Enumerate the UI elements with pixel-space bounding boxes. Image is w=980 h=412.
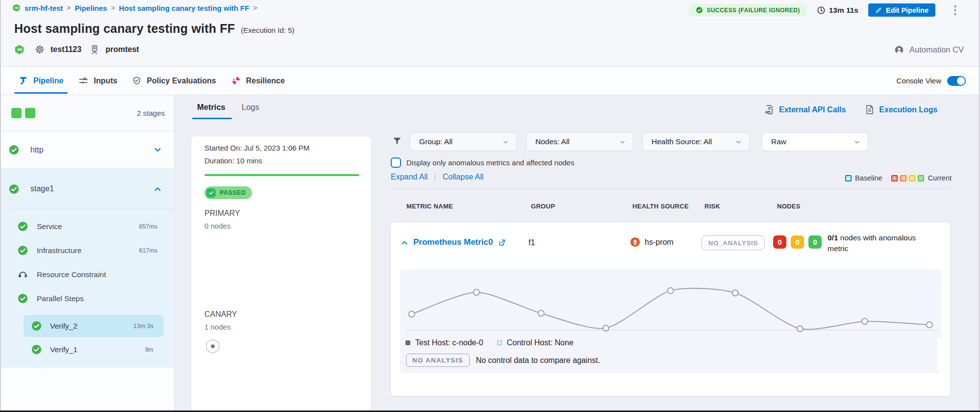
execution-sidebar: 2 stages http stage1 Service: [0, 95, 175, 411]
service-name[interactable]: test1123: [50, 45, 81, 54]
anomalous-checkbox-label[interactable]: Display only anomalous metrics and affec…: [406, 158, 574, 167]
anomalous-count-yellow: 0: [791, 235, 804, 249]
sidebar-step-service[interactable]: Service 857ms: [0, 214, 174, 238]
risk-yellow-swatch: [909, 175, 915, 181]
check-circle-icon: [18, 221, 28, 232]
no-analysis-message: No control data to compare against.: [476, 356, 600, 365]
step-duration: 13m 3s: [133, 323, 153, 330]
duration-text: Duration: 10 mins: [204, 156, 262, 165]
parallel-steps-children: Verify_2 13m 3s Verify_1 9m: [0, 315, 174, 360]
anomalous-checkbox[interactable]: [391, 157, 401, 168]
tabs: Pipeline Inputs Policy Evaluations Resil…: [19, 67, 285, 95]
chevron-down-icon: [502, 138, 509, 146]
chart-color-legend: Baseline Current: [845, 174, 952, 182]
nodes-filter-dropdown[interactable]: Nodes: All: [526, 132, 633, 151]
step-label: Verify_2: [50, 322, 77, 331]
breadcrumb-separator: >: [111, 4, 115, 12]
environment-name[interactable]: promtest: [105, 45, 139, 54]
breadcrumb-pipelines[interactable]: Pipelines: [75, 4, 107, 12]
health-source-group: hs-prom: [630, 237, 674, 247]
breadcrumb-pipeline[interactable]: Host sampling canary testing with FF: [119, 4, 250, 12]
step-label: Resource Constraint: [37, 270, 106, 279]
anomalous-count-green: 0: [808, 235, 822, 249]
anomalous-filter-row: Display only anomalous metrics and affec…: [391, 157, 574, 168]
execution-logs-link[interactable]: Execution Logs: [865, 104, 937, 115]
risk-orange-swatch: [900, 175, 906, 181]
tab-pipeline[interactable]: Pipeline: [19, 67, 63, 95]
stage-label: stage1: [30, 184, 54, 193]
column-header-risk: RISK: [704, 203, 720, 210]
active-tab-underline: [14, 92, 68, 94]
canary-node-hexagon[interactable]: [205, 338, 220, 356]
current-swatches: [891, 175, 924, 181]
user-name: Automation CV: [909, 45, 964, 54]
verification-summary-card: Started On: Jul 5, 2023 1:06 PM Duration…: [191, 136, 371, 412]
more-options-icon[interactable]: [950, 5, 960, 16]
stage-status-square: [25, 108, 35, 118]
filter-funnel-icon[interactable]: [392, 136, 402, 148]
risk-green-swatch: [918, 175, 924, 181]
top-links: API External API Calls Execution Logs: [765, 104, 937, 115]
tab-resilience[interactable]: Resilience: [231, 67, 285, 95]
current-label: Current: [928, 174, 952, 182]
sidebar-step-infrastructure[interactable]: Infrastructure 617ms: [0, 238, 174, 262]
primary-nodes-count: 0 nodes: [204, 222, 230, 230]
breadcrumb-separator: >: [253, 4, 257, 12]
step-label: Verify_1: [50, 345, 77, 354]
group-filter-dropdown[interactable]: Group: All: [410, 132, 517, 151]
anomalous-count-red: 0: [773, 235, 786, 249]
edit-pipeline-button[interactable]: Edit Pipeline: [868, 3, 935, 17]
status-badge: SUCCESS (FAILURE IGNORED): [689, 4, 807, 17]
console-view-toggle[interactable]: [947, 76, 966, 86]
clock-icon: [817, 6, 826, 15]
collapse-all-link[interactable]: Collapse All: [443, 173, 484, 181]
srm-module-icon: [12, 3, 21, 12]
chart-scrollbar[interactable]: [937, 338, 942, 371]
stage1-section: stage1 Service 857ms Infrastructure 617m…: [0, 169, 174, 368]
gear-icon: [35, 45, 45, 54]
canary-nodes-count: 1 nodes: [204, 323, 230, 331]
test-host-swatch: [405, 340, 410, 345]
chevron-down-icon: [854, 138, 861, 146]
nodes-summary: 0/1 nodes with anomalous metric: [828, 232, 933, 254]
toggle-knob: [957, 77, 965, 85]
step-duration: 9m: [145, 346, 153, 353]
breadcrumb-separator: >: [67, 4, 71, 12]
sidebar-step-resource-constraint[interactable]: Resource Constraint: [0, 262, 174, 286]
tab-policy-evaluations[interactable]: Policy Evaluations: [132, 67, 216, 95]
risk-badge: NO_ANALYSIS: [702, 235, 765, 250]
execution-id: (Execution Id: 5): [241, 26, 294, 34]
sidebar-step-parallel-steps[interactable]: Parallel Steps: [0, 286, 174, 310]
view-mode-dropdown[interactable]: Raw: [762, 132, 868, 151]
check-circle-icon: [31, 344, 42, 355]
api-document-icon: API: [765, 104, 774, 115]
chevron-up-icon[interactable]: [401, 239, 408, 249]
chevron-down-icon[interactable]: [153, 146, 162, 154]
sidebar-stage-stage1[interactable]: stage1: [0, 169, 174, 209]
expand-all-link[interactable]: Expand All: [391, 173, 428, 181]
tab-inputs[interactable]: Inputs: [78, 67, 117, 95]
svg-text:API: API: [765, 110, 771, 114]
chevron-down-icon: [735, 138, 742, 146]
sidebar-step-verify-2[interactable]: Verify_2 13m 3s: [24, 315, 164, 337]
srm-module-icon: [14, 44, 25, 55]
module-tabbar: Pipeline Inputs Policy Evaluations Resil…: [0, 67, 980, 95]
tab-logs[interactable]: Logs: [242, 103, 259, 112]
risk-red-swatch: [891, 175, 898, 181]
health-source-filter-dropdown[interactable]: Health Source: All: [642, 132, 750, 151]
external-link-icon[interactable]: [498, 238, 506, 247]
chevron-up-icon[interactable]: [153, 185, 162, 193]
external-api-calls-link[interactable]: API External API Calls: [765, 104, 846, 115]
breadcrumb-project[interactable]: srm-hf-test: [25, 4, 63, 12]
sidebar-stage-http[interactable]: http: [0, 131, 174, 169]
tab-metrics[interactable]: Metrics: [197, 103, 226, 112]
control-host-label: Control Host: None: [507, 338, 574, 347]
avatar-icon: [895, 46, 904, 54]
metric-name-link[interactable]: Prometheus Metric0: [413, 237, 493, 247]
health-source-name: hs-prom: [645, 238, 674, 247]
inputs-icon: [78, 76, 88, 86]
step-duration: 857ms: [139, 223, 157, 230]
execution-duration: 13m 11s: [817, 6, 858, 15]
sidebar-step-verify-1[interactable]: Verify_1 9m: [24, 338, 164, 360]
execution-status-group: SUCCESS (FAILURE IGNORED) 13m 11s Edit P…: [689, 3, 935, 17]
